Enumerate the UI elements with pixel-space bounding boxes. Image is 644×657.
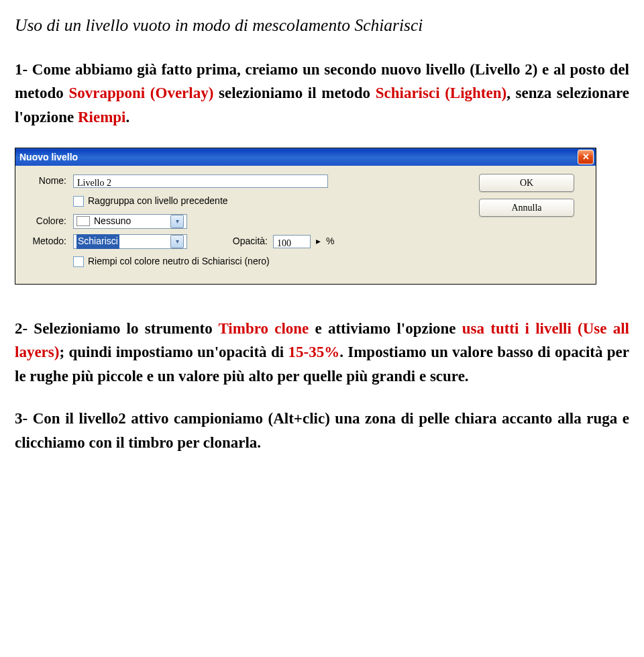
opacity-unit: %	[326, 234, 334, 249]
chevron-down-icon: ▾	[170, 215, 184, 228]
chevron-down-icon: ▾	[170, 235, 184, 248]
color-dropdown[interactable]: Nessuno ▾	[73, 214, 187, 229]
color-label: Colore:	[25, 214, 73, 229]
name-input[interactable]: Livello 2	[73, 174, 328, 188]
p2-t6: 15-35%	[288, 344, 339, 360]
close-icon: ✕	[582, 150, 590, 164]
mode-label: Metodo:	[25, 234, 73, 249]
ok-button[interactable]: OK	[479, 174, 574, 192]
name-label: Nome:	[25, 174, 73, 189]
p2-t1: 2- Selezioniamo lo strumento	[15, 320, 218, 337]
opacity-input[interactable]: 100	[273, 235, 311, 248]
fill-checkbox[interactable]	[73, 256, 84, 267]
group-checkbox[interactable]	[73, 196, 84, 207]
paragraph-3: 3- Con il livello2 attivo campioniamo (A…	[15, 407, 629, 454]
p1-t2: Sovrapponi (Overlay)	[68, 85, 213, 101]
p1-t6: Riempi	[78, 109, 126, 125]
color-value: Nessuno	[94, 214, 131, 229]
group-label: Raggruppa con livello precedente	[88, 194, 228, 209]
fill-label: Riempi col colore neutro di Schiarisci (…	[88, 254, 270, 269]
new-layer-dialog: Nuovo livello ✕ Nome: Livello 2 Raggrupp…	[15, 148, 596, 284]
p2-t3: e attiviamo l'opzione	[309, 320, 462, 337]
dialog-title: Nuovo livello	[19, 150, 78, 165]
dialog-titlebar[interactable]: Nuovo livello ✕	[15, 148, 596, 166]
p1-t7: .	[125, 109, 129, 125]
opacity-label: Opacità:	[187, 234, 273, 249]
paragraph-1: 1- Come abbiamo già fatto prima, creiamo…	[15, 58, 629, 130]
p2-t5: ; quindi impostiamo un'opacità di	[59, 344, 288, 360]
p1-t4: Schiarisci (Lighten)	[376, 85, 506, 101]
page-title: Uso di un livello vuoto in modo di mesco…	[15, 12, 629, 39]
mode-value: Schiarisci	[76, 234, 119, 249]
paragraph-2: 2- Selezioniamo lo strumento Timbro clon…	[15, 317, 629, 389]
p2-t2: Timbro clone	[218, 320, 309, 337]
color-swatch	[76, 216, 90, 226]
mode-dropdown[interactable]: Schiarisci ▾	[73, 234, 187, 249]
close-button[interactable]: ✕	[578, 150, 594, 164]
p1-t3: selezioniamo il metodo	[213, 85, 375, 101]
cancel-button[interactable]: Annulla	[479, 199, 574, 217]
